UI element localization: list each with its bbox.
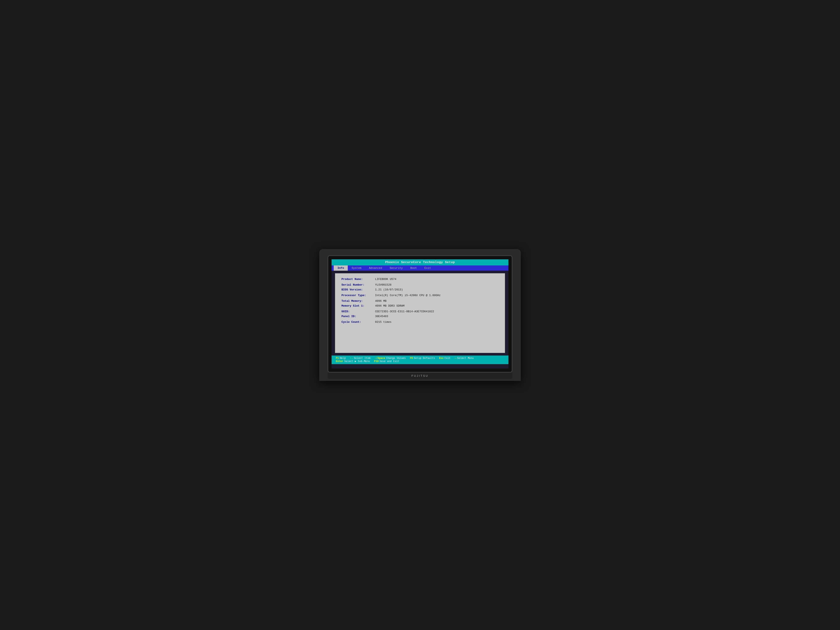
screen: Phoenix SecureCore Technology Setup Info… — [332, 259, 508, 369]
bios-version-label: BIOS Version: — [341, 288, 375, 291]
arrows-lr-desc: Select Menu — [457, 357, 474, 360]
help-arrows-ud: ↑↓ Select Item — [350, 357, 370, 360]
f9-key: F9 — [410, 357, 413, 360]
help-f10: F10 Save and Exit — [374, 360, 399, 363]
arrows-ud-key: ↑↓ — [350, 357, 353, 360]
uuid-label: UUID: — [341, 310, 375, 313]
cycle-count-label: Cycle Count: — [341, 321, 375, 324]
product-name-value: LIFEBOOK U574 — [375, 278, 396, 281]
product-name-label: Product Name: — [341, 278, 375, 281]
info-section-memory: Total Memory: 4096 MB Memory Slot 1: 409… — [341, 300, 499, 308]
arrows-lr-key: ↔ — [455, 357, 456, 360]
esc-key: Esc — [439, 357, 444, 360]
help-f9: F9 Setup Defaults — [410, 357, 435, 360]
processor-type-label: Processor Type: — [341, 294, 375, 297]
product-name-row: Product Name: LIFEBOOK U574 — [341, 278, 499, 281]
info-section-cycle: Cycle Count: 0215 times — [341, 321, 499, 324]
memory-slot1-row: Memory Slot 1: 4096 MB DDR3 SDRAM — [341, 304, 499, 308]
bios-version-row: BIOS Version: 1.21 (10/07/2013) — [341, 288, 499, 291]
space-key: -/Space — [375, 357, 385, 360]
enter-key: Enter — [336, 360, 343, 363]
processor-type-row: Processor Type: Intel(R) Core(TM) i5-420… — [341, 294, 499, 297]
f1-key: F1 — [336, 357, 339, 360]
content-area: Product Name: LIFEBOOK U574 Serial Numbe… — [335, 273, 505, 353]
esc-desc: Exit — [445, 357, 451, 360]
nav-item-advanced[interactable]: Advanced — [365, 265, 386, 271]
nav-item-system[interactable]: System — [348, 265, 365, 271]
bios-version-value: 1.21 (10/07/2013) — [375, 288, 403, 291]
f1-desc: Help — [339, 357, 346, 360]
total-memory-value: 4096 MB — [375, 300, 387, 303]
memory-slot1-label: Memory Slot 1: — [341, 304, 375, 308]
total-memory-row: Total Memory: 4096 MB — [341, 300, 499, 303]
panel-id-label: Panel ID: — [341, 315, 375, 318]
help-space: -/Space Change Values — [375, 357, 406, 360]
info-section-product: Product Name: LIFEBOOK U574 — [341, 278, 499, 281]
help-esc: Esc Exit — [439, 357, 450, 360]
help-f1: F1 Help — [336, 357, 346, 360]
panel-id-value: 30E45403 — [375, 315, 388, 318]
nav-item-info[interactable]: Info — [334, 265, 348, 271]
processor-type-value: Intel(R) Core(TM) i5-4200U CPU @ 1.60GHz — [375, 294, 441, 297]
f10-desc: Save and Exit — [379, 360, 399, 363]
f10-key: F10 — [374, 360, 379, 363]
f9-desc: Setup Defaults — [414, 357, 435, 360]
cycle-count-row: Cycle Count: 0215 times — [341, 321, 499, 324]
panel-id-row: Panel ID: 30E45403 — [341, 315, 499, 318]
info-section-uuid: UUID: CEE723D1-3CCE-E311-8B14-A3E7CD6418… — [341, 310, 499, 318]
laptop-outer: Phoenix SecureCore Technology Setup Info… — [319, 249, 521, 381]
nav-item-security[interactable]: Security — [386, 265, 406, 271]
nav-bar: Info System Advanced Security Boot Exit — [332, 265, 508, 271]
bios-title: Phoenix SecureCore Technology Setup — [385, 261, 455, 264]
cycle-count-value: 0215 times — [375, 321, 392, 324]
nav-item-exit[interactable]: Exit — [421, 265, 435, 271]
nav-item-boot[interactable]: Boot — [407, 265, 421, 271]
help-enter: Enter Select ▶ Sub-Menu — [336, 360, 370, 363]
total-memory-label: Total Memory: — [341, 300, 375, 303]
serial-number-row: Serial Number: YLSV001528 — [341, 283, 499, 286]
space-desc: Change Values — [386, 357, 406, 360]
uuid-row: UUID: CEE723D1-3CCE-E311-8B14-A3E7CD6418… — [341, 310, 499, 313]
serial-number-value: YLSV001528 — [375, 283, 392, 286]
brand-label: FUJITSU — [411, 374, 428, 377]
title-bar: Phoenix SecureCore Technology Setup — [332, 259, 508, 265]
info-section-processor: Processor Type: Intel(R) Core(TM) i5-420… — [341, 294, 499, 297]
enter-desc: Select ▶ Sub-Menu — [344, 360, 370, 363]
serial-number-label: Serial Number: — [341, 283, 375, 286]
uuid-value: CEE723D1-3CCE-E311-8B14-A3E7CD641822 — [375, 310, 434, 313]
help-bar: F1 Help ↑↓ Select Item -/Space Change Va… — [332, 355, 508, 364]
memory-slot1-value: 4096 MB DDR3 SDRAM — [375, 304, 404, 308]
laptop-bottom: FUJITSU — [328, 373, 512, 379]
help-arrows-lr: ↔ Select Menu — [455, 357, 474, 360]
screen-bezel: Phoenix SecureCore Technology Setup Info… — [328, 255, 512, 373]
arrows-ud-desc: Select Item — [354, 357, 370, 360]
info-section-serial: Serial Number: YLSV001528 BIOS Version: … — [341, 283, 499, 291]
